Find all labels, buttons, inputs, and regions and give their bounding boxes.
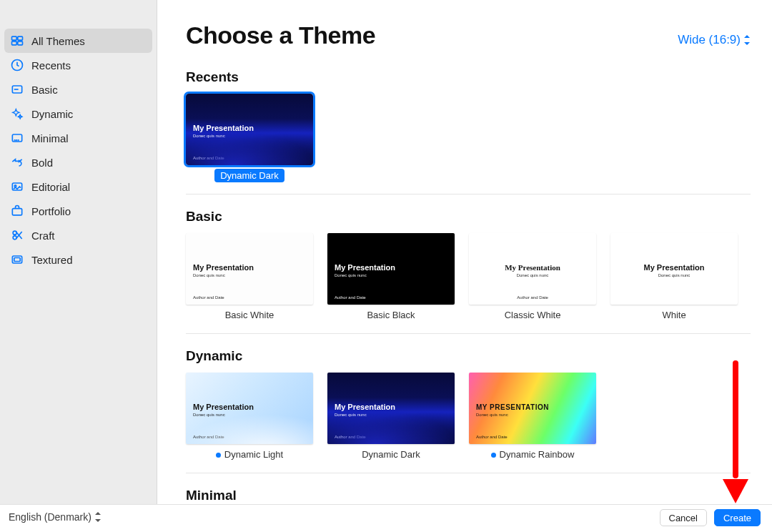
thumb-subtitle: Donec quis nunc xyxy=(335,273,447,277)
sidebar-item-editorial[interactable]: Editorial xyxy=(4,174,152,199)
thumb-subtitle: Donec quis nunc xyxy=(335,413,447,417)
section-title: Basic xyxy=(186,209,751,225)
bold-icon xyxy=(10,155,24,169)
section-title: Dynamic xyxy=(186,348,751,364)
thumb-title: My Presentation xyxy=(193,263,306,272)
sidebar-item-dynamic[interactable]: Dynamic xyxy=(4,102,152,126)
sidebar-item-label: Basic xyxy=(31,84,58,96)
recents-icon xyxy=(10,58,24,72)
theme-basic-black[interactable]: My PresentationDonec quis nuncAuthor and… xyxy=(327,233,455,320)
updown-icon xyxy=(743,35,751,45)
main-content[interactable]: Choose a Theme Wide (16:9) Recents My Pr… xyxy=(157,0,772,504)
thumb-footer: Author and Date xyxy=(193,156,224,160)
thumb-title: My Presentation xyxy=(193,403,306,411)
theme-thumbnail: My PresentationDonec quis nuncAuthor and… xyxy=(186,373,313,444)
thumb-subtitle: Donec quis nunc xyxy=(193,273,306,277)
page-title: Choose a Theme xyxy=(186,21,375,49)
sidebar-item-label: Portfolio xyxy=(31,205,71,217)
sidebar-item-craft[interactable]: Craft xyxy=(4,223,152,247)
sidebar-item-minimal[interactable]: Minimal xyxy=(4,126,152,150)
motion-dot-icon xyxy=(491,453,496,458)
portfolio-icon xyxy=(10,204,24,218)
editorial-icon xyxy=(10,179,24,194)
button-label: Create xyxy=(723,513,751,523)
minimal-icon xyxy=(10,131,24,145)
theme-thumbnail: My PresentationDonec quis nuncAuthor and… xyxy=(327,373,455,444)
updown-icon xyxy=(94,512,102,522)
theme-label: Dynamic Dark xyxy=(186,170,313,181)
cancel-button[interactable]: Cancel xyxy=(660,509,707,526)
theme-thumbnail: MY PRESENTATIONDonec quis nuncAuthor and… xyxy=(469,373,596,444)
theme-label: Basic White xyxy=(186,310,313,320)
sidebar-item-label: Textured xyxy=(31,254,73,266)
svg-point-14 xyxy=(13,231,16,235)
create-button[interactable]: Create xyxy=(714,509,761,526)
sidebar-item-portfolio[interactable]: Portfolio xyxy=(4,199,152,223)
svg-rect-0 xyxy=(12,36,17,40)
svg-rect-17 xyxy=(14,258,20,262)
sidebar-item-basic[interactable]: Basic xyxy=(4,77,152,102)
theme-white[interactable]: My PresentationDonec quis nunc White xyxy=(610,233,738,320)
svg-point-9 xyxy=(16,140,17,141)
theme-label: Dynamic Rainbow xyxy=(469,449,596,460)
sidebar-item-label: All Themes xyxy=(31,35,85,47)
svg-rect-3 xyxy=(18,41,23,45)
thumb-footer: Author and Date xyxy=(476,435,508,439)
theme-dynamic-light[interactable]: My PresentationDonec quis nuncAuthor and… xyxy=(186,373,313,460)
svg-point-15 xyxy=(13,236,16,240)
thumb-title: My Presentation xyxy=(335,263,447,272)
thumb-subtitle: Donec quis nunc xyxy=(618,273,731,277)
sidebar-item-all-themes[interactable]: All Themes xyxy=(4,29,152,53)
thumb-subtitle: Donec quis nunc xyxy=(476,413,589,417)
thumb-footer: Author and Date xyxy=(193,295,224,300)
section-recents: Recents My Presentation Donec quis nunc … xyxy=(186,69,751,194)
theme-thumbnail: My PresentationDonec quis nunc xyxy=(610,233,738,305)
section-title: Recents xyxy=(186,69,751,85)
thumb-footer: Author and Date xyxy=(193,435,224,439)
thumb-footer: Author and Date xyxy=(469,295,596,300)
section-basic: Basic My PresentationDonec quis nuncAuth… xyxy=(186,209,751,334)
sidebar-item-label: Editorial xyxy=(31,181,70,193)
sidebar-item-recents[interactable]: Recents xyxy=(4,53,152,77)
thumb-subtitle: Donec quis nunc xyxy=(193,134,306,138)
section-minimal: Minimal xyxy=(186,488,751,504)
sidebar-item-textured[interactable]: Textured xyxy=(4,247,152,272)
sidebar-item-label: Minimal xyxy=(31,132,69,144)
thumb-title: My Presentation xyxy=(335,403,447,411)
footer-bar: English (Denmark) Cancel Create xyxy=(0,504,772,532)
theme-classic-white[interactable]: My PresentationDonec quis nuncAuthor and… xyxy=(469,233,596,320)
thumb-title: My Presentation xyxy=(193,124,306,132)
craft-icon xyxy=(10,228,24,242)
thumb-subtitle: Donec quis nunc xyxy=(476,273,589,277)
theme-label: Classic White xyxy=(469,310,596,320)
svg-point-8 xyxy=(14,140,15,141)
section-dynamic: Dynamic My PresentationDonec quis nuncAu… xyxy=(186,348,751,473)
theme-dynamic-dark-recent[interactable]: My Presentation Donec quis nunc Author a… xyxy=(186,94,313,181)
theme-thumbnail: My Presentation Donec quis nunc Author a… xyxy=(186,94,313,165)
basic-icon xyxy=(10,82,24,97)
sidebar-item-label: Recents xyxy=(31,59,71,72)
svg-point-10 xyxy=(18,140,19,141)
all-themes-icon xyxy=(10,34,24,48)
svg-rect-2 xyxy=(12,41,17,45)
sidebar-item-bold[interactable]: Bold xyxy=(4,150,152,174)
theme-basic-white[interactable]: My PresentationDonec quis nuncAuthor and… xyxy=(186,233,313,320)
theme-dynamic-dark[interactable]: My PresentationDonec quis nuncAuthor and… xyxy=(327,373,455,460)
thumb-subtitle: Donec quis nunc xyxy=(193,413,306,417)
svg-rect-1 xyxy=(18,36,23,40)
language-selector[interactable]: English (Denmark) xyxy=(9,511,102,523)
thumb-title: MY PRESENTATION xyxy=(476,403,589,411)
thumb-footer: Author and Date xyxy=(335,435,366,439)
theme-label: Dynamic Dark xyxy=(327,449,455,460)
sidebar-item-label: Craft xyxy=(31,230,55,242)
theme-dynamic-rainbow[interactable]: MY PRESENTATIONDonec quis nuncAuthor and… xyxy=(469,373,596,460)
sidebar: All Themes Recents Basic Dynamic Minimal… xyxy=(0,0,157,504)
theme-label: Basic Black xyxy=(327,310,455,320)
button-label: Cancel xyxy=(669,513,698,523)
aspect-ratio-label: Wide (16:9) xyxy=(678,33,741,47)
thumb-footer: Author and Date xyxy=(335,295,366,300)
theme-thumbnail: My PresentationDonec quis nuncAuthor and… xyxy=(469,233,596,305)
aspect-ratio-selector[interactable]: Wide (16:9) xyxy=(678,33,751,47)
textured-icon xyxy=(10,252,24,267)
section-title: Minimal xyxy=(186,488,751,503)
